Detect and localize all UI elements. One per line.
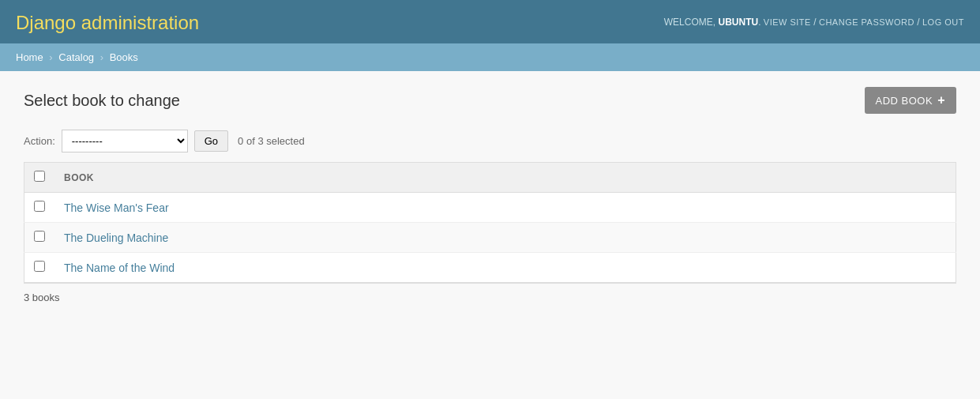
breadcrumb-divider-1: › (49, 51, 52, 63)
log-out-link[interactable]: LOG OUT (922, 17, 964, 27)
breadcrumb-current: Books (110, 51, 138, 63)
table-row: The Wise Man's Fear (24, 193, 956, 223)
breadcrumb-home[interactable]: Home (16, 51, 43, 63)
selected-count: 0 of 3 selected (238, 135, 305, 147)
site-header: Django administration WELCOME, UBUNTU. V… (0, 0, 980, 43)
row-checkbox-cell (24, 193, 55, 223)
content-header: Select book to change ADD BOOK + (24, 87, 956, 114)
row-book-cell: The Name of the Wind (54, 253, 956, 283)
row-checkbox-cell (24, 253, 55, 283)
site-title-link[interactable]: Django administration (16, 12, 199, 33)
select-all-checkbox[interactable] (34, 171, 45, 182)
row-checkbox[interactable] (34, 261, 45, 272)
table-body: The Wise Man's FearThe Dueling MachineTh… (24, 193, 956, 283)
site-title: Django administration (16, 9, 199, 35)
row-book-cell: The Wise Man's Fear (54, 193, 956, 223)
header-checkbox-col (24, 163, 55, 193)
change-password-link[interactable]: CHANGE PASSWORD (819, 17, 914, 27)
row-checkbox[interactable] (34, 231, 45, 242)
book-link[interactable]: The Wise Man's Fear (64, 201, 169, 214)
username: UBUNTU (718, 17, 758, 28)
book-link[interactable]: The Dueling Machine (64, 231, 168, 244)
welcome-text: WELCOME, (664, 17, 715, 28)
table-header-row: BOOK (24, 163, 956, 193)
books-table: BOOK The Wise Man's FearThe Dueling Mach… (24, 162, 956, 283)
separator-2: / (917, 17, 919, 28)
table-header: BOOK (24, 163, 956, 193)
row-book-cell: The Dueling Machine (54, 223, 956, 253)
breadcrumbs: Home › Catalog › Books (0, 43, 980, 71)
action-bar: Action: --------- Go 0 of 3 selected (24, 130, 956, 152)
main-content: Select book to change ADD BOOK + Action:… (0, 71, 980, 387)
row-checkbox[interactable] (34, 201, 45, 212)
breadcrumb-catalog[interactable]: Catalog (58, 51, 94, 63)
book-link[interactable]: The Name of the Wind (64, 262, 175, 274)
table-row: The Dueling Machine (24, 223, 956, 253)
page-title: Select book to change (24, 92, 180, 110)
action-select[interactable]: --------- (62, 130, 188, 152)
header-book-col: BOOK (54, 163, 956, 193)
action-go-button[interactable]: Go (194, 130, 228, 152)
result-count: 3 books (24, 283, 956, 311)
separator-1: / (813, 17, 816, 28)
add-book-label: ADD BOOK (876, 95, 933, 107)
action-label: Action: (24, 135, 55, 147)
table-row: The Name of the Wind (24, 253, 956, 283)
view-site-link[interactable]: VIEW SITE (764, 17, 811, 27)
add-book-icon: + (937, 93, 945, 107)
user-tools: WELCOME, UBUNTU. VIEW SITE / CHANGE PASS… (664, 17, 964, 28)
add-book-button[interactable]: ADD BOOK + (865, 87, 956, 114)
row-checkbox-cell (24, 223, 55, 253)
breadcrumb-divider-2: › (100, 51, 103, 63)
